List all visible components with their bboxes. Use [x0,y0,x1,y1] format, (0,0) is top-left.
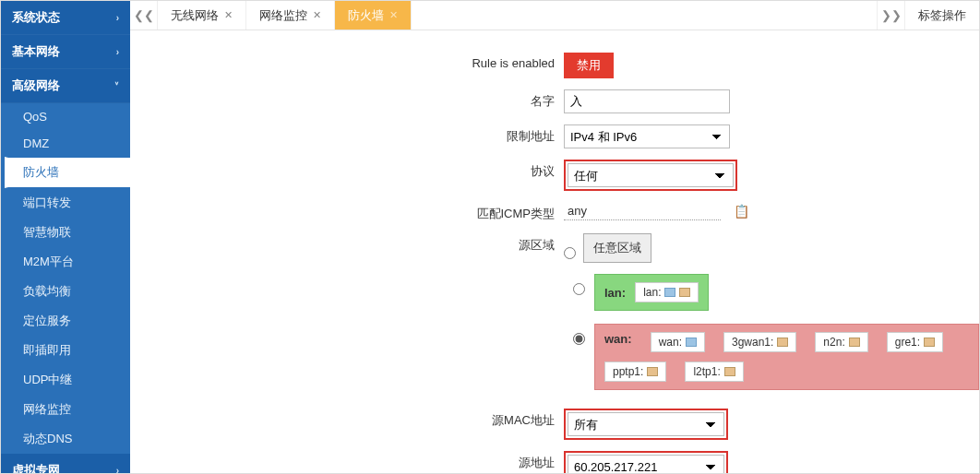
close-icon[interactable]: ✕ [389,9,398,21]
zone-any-chip: 任意区域 [583,233,651,263]
iface-icon [686,338,697,347]
iface-gre1: gre1: [887,332,943,352]
sidebar-item-qos[interactable]: QoS [1,103,130,130]
sidebar-item-netmon[interactable]: 网络监控 [1,395,130,424]
add-note-icon[interactable]: 📋 [734,204,749,219]
zone-wan-label: wan: [604,332,632,352]
sidebar-group-adv-net[interactable]: 高级网络˅ [1,69,130,103]
close-icon[interactable]: ✕ [224,9,233,21]
highlight-src-mac: 所有 [564,409,728,440]
tab-netmon[interactable]: 网络监控✕ [246,1,335,30]
iface-wan: wan: [651,332,705,352]
chevron-down-icon: ˅ [114,81,119,91]
name-input[interactable] [564,89,730,113]
sidebar-item-m2m[interactable]: M2M平台 [1,247,130,277]
iface-pptp1: pptp1: [604,361,666,382]
zone-any-radio[interactable] [564,247,576,259]
sidebar-item-loadbal[interactable]: 负载均衡 [1,277,130,306]
iface-icon [664,288,675,297]
iface-icon [924,338,935,347]
proto-label: 协议 [130,160,564,180]
highlight-src-ip: 60.205.217.221 [564,451,728,473]
sidebar-item-udprelay[interactable]: UDP中继 [1,365,130,395]
iface-lan: lan: [635,282,699,302]
highlight-protocol: 任何 [564,160,737,191]
zone-lan: lan: lan: [594,274,709,311]
tab-wireless[interactable]: 无线网络✕ [158,1,246,30]
chevron-right-icon: › [116,13,119,23]
iface-3gwan1: 3gwan1: [723,332,796,352]
zone-lan-radio[interactable] [573,283,585,295]
restrict-select[interactable]: IPv4 和 IPv6 [564,124,730,148]
iface-icon [647,367,658,376]
chevron-right-icon: › [116,47,119,57]
sidebar-group-vpn[interactable]: 虚拟专网› [1,454,130,473]
sidebar-item-ddns[interactable]: 动态DNS [1,424,130,454]
sidebar: 系统状态› 基本网络› 高级网络˅ QoS DMZ 防火墙 端口转发 智慧物联 … [1,1,130,473]
tab-bar: ❮❮ 无线网络✕ 网络监控✕ 防火墙✕ ❯❯ 标签操作 [130,1,979,30]
tab-firewall[interactable]: 防火墙✕ [335,1,412,30]
zone-wan: wan: wan: 3gwan1: n2n: gre1: pptp1: l2tp… [594,324,979,390]
src-ip-label: 源地址 [130,451,564,471]
chevron-right-icon: › [116,466,119,474]
tab-actions[interactable]: 标签操作 [904,1,979,30]
sidebar-sub-adv-net: QoS DMZ 防火墙 端口转发 智慧物联 M2M平台 负载均衡 定位服务 即插… [1,103,130,454]
tabs-scroll-right[interactable]: ❯❯ [877,1,904,30]
iface-icon [724,367,735,376]
close-icon[interactable]: ✕ [313,9,321,21]
src-mac-label: 源MAC地址 [130,409,564,429]
iface-icon [679,288,690,297]
firewall-rule-form: Rule is enabled 禁用 名字 限制地址 IPv4 和 IPv6 [130,30,979,473]
src-zone-label: 源区域 [130,233,564,254]
src-mac-select[interactable]: 所有 [568,412,724,436]
tabs-scroll-left[interactable]: ❮❮ [130,1,158,30]
sidebar-group-basic-net[interactable]: 基本网络› [1,35,130,69]
sidebar-item-upnp[interactable]: 即插即用 [1,336,130,365]
iface-icon [777,338,788,347]
iface-l2tp1: l2tp1: [685,361,743,382]
sidebar-item-portfwd[interactable]: 端口转发 [1,188,130,218]
rule-enabled-label: Rule is enabled [130,53,564,70]
iface-icon [849,338,860,347]
icmp-value[interactable]: any [564,202,721,220]
src-ip-select[interactable]: 60.205.217.221 [568,455,724,473]
name-label: 名字 [130,89,564,110]
sidebar-item-location[interactable]: 定位服务 [1,306,130,336]
sidebar-item-firewall[interactable]: 防火墙 [5,157,130,188]
icmp-label: 匹配ICMP类型 [130,202,564,222]
restrict-label: 限制地址 [130,124,564,145]
sidebar-item-dmz[interactable]: DMZ [1,130,130,157]
iface-n2n: n2n: [815,332,867,352]
zone-lan-label: lan: [604,286,626,300]
proto-select[interactable]: 任何 [568,163,734,187]
sidebar-item-iot[interactable]: 智慧物联 [1,218,130,247]
sidebar-group-status[interactable]: 系统状态› [1,1,130,35]
zone-wan-radio[interactable] [573,333,585,345]
disable-button[interactable]: 禁用 [564,53,614,78]
